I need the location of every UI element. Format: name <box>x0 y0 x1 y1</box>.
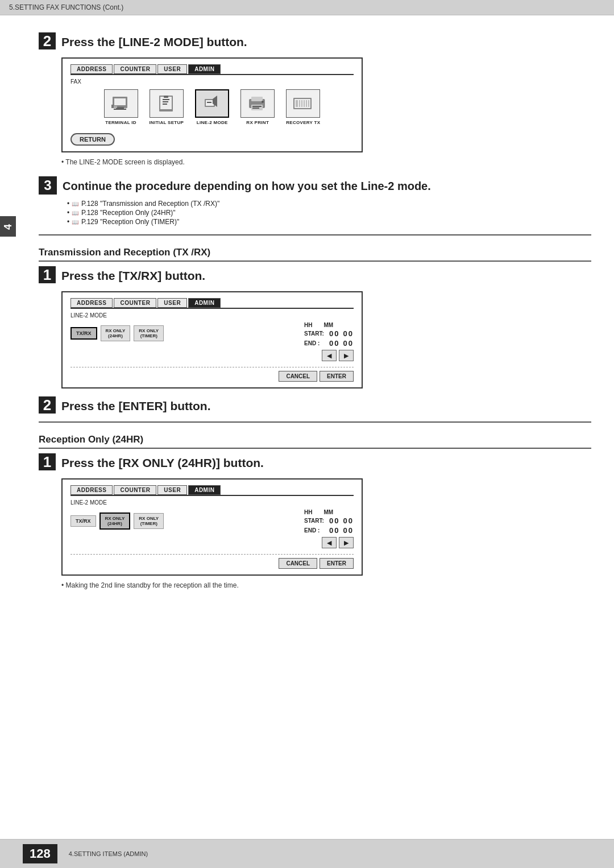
return-button[interactable]: RETURN <box>70 133 115 146</box>
txrx-mode-buttons: TX/RX RX ONLY(24HR) RX ONLY(TIMER) <box>70 325 164 341</box>
cancel-button-2[interactable]: CANCEL <box>279 558 317 569</box>
rx24hr-note: Making the 2nd line standby for the rece… <box>61 581 591 589</box>
svg-rect-25 <box>299 100 300 107</box>
txrx-screen-row: TX/RX RX ONLY(24HR) RX ONLY(TIMER) HH MM… <box>70 322 354 363</box>
mm-label-1: MM <box>324 322 334 328</box>
txrx-arrow-btns: ◀ ▶ <box>304 350 354 361</box>
rx24hr-tab-bar: ADDRESS COUNTER USER ADMIN <box>70 485 354 496</box>
svg-rect-5 <box>114 106 117 108</box>
divider-2 <box>39 421 591 423</box>
step3-heading: 3 Continue the procedure depending on ho… <box>39 176 591 195</box>
end-label-1: END : <box>304 340 326 346</box>
icon-recovery-tx[interactable]: RECOVERY TX <box>286 89 320 125</box>
step3-bullet-3: 📖 P.129 "Reception Only (TIMER)" <box>67 217 591 226</box>
top-bar: 5.SETTING FAX FUNCTIONS (Cont.) <box>0 0 614 15</box>
svg-rect-15 <box>207 102 211 103</box>
btn-txrx[interactable]: TX/RX <box>70 327 97 340</box>
svg-rect-10 <box>163 104 167 105</box>
rx24hr-mode-buttons: TX/RX RX ONLY(24HR) RX ONLY(TIMER) <box>70 512 164 530</box>
step3-num: 3 <box>39 176 57 195</box>
initial-setup-icon <box>156 94 177 113</box>
svg-rect-4 <box>111 105 114 108</box>
rx24hr-btn-rx-only-timer[interactable]: RX ONLY(TIMER) <box>134 513 164 529</box>
icon-label-rx-print: RX PRINT <box>246 120 269 125</box>
enter-button-2[interactable]: ENTER <box>320 558 354 569</box>
icon-box-recovery-tx <box>286 89 320 118</box>
end-label-2: END : <box>304 527 326 534</box>
svg-rect-1 <box>114 98 126 105</box>
rx24hr-tab-user[interactable]: USER <box>157 485 187 495</box>
svg-rect-27 <box>304 100 305 107</box>
left-arrow-btn-1[interactable]: ◀ <box>322 350 337 361</box>
tab-counter[interactable]: COUNTER <box>114 64 156 74</box>
svg-rect-17 <box>251 97 263 101</box>
icon-box-terminal-id <box>104 89 138 118</box>
rx24hr-tab-counter[interactable]: COUNTER <box>114 485 156 495</box>
svg-rect-29 <box>308 100 309 107</box>
btn-rx-only-24hr[interactable]: RX ONLY(24HR) <box>101 325 131 341</box>
txrx-step2-heading: 2 Press the [ENTER] button. <box>39 396 591 414</box>
rx-print-icon <box>247 94 268 113</box>
step2-heading-text: Press the [LINE-2 MODE] button. <box>61 35 247 49</box>
main-content: 2 Press the [LINE-2 MODE] button. ADDRES… <box>22 15 614 615</box>
rx24hr-tab-address[interactable]: ADDRESS <box>70 485 113 495</box>
txrx-tab-counter[interactable]: COUNTER <box>114 298 156 308</box>
book-icon-2: 📖 <box>72 210 78 216</box>
step2-heading: 2 Press the [LINE-2 MODE] button. <box>39 32 591 49</box>
divider-1 <box>39 234 591 235</box>
txrx-tab-admin[interactable]: ADMIN <box>188 298 221 308</box>
enter-button-1[interactable]: ENTER <box>320 371 354 382</box>
book-icon-1: 📖 <box>72 201 78 207</box>
rx24hr-action-btns: CANCEL ENTER <box>70 554 354 569</box>
cancel-button-1[interactable]: CANCEL <box>279 371 317 382</box>
rx24hr-btn-rx-only-24hr[interactable]: RX ONLY(24HR) <box>99 512 131 530</box>
rx24hr-step1-heading-text: Press the [RX ONLY (24HR)] button. <box>61 456 264 470</box>
step2-icons-row: TERMINAL ID INITIAL SETUP <box>70 89 354 125</box>
start-hh-1: 00 <box>329 329 339 338</box>
right-arrow-btn-2[interactable]: ▶ <box>339 537 354 548</box>
rx24hr-time-area: HH MM START: 00 00 END : 00 00 ◀ ▶ <box>304 509 354 551</box>
txrx-action-btns: CANCEL ENTER <box>70 367 354 382</box>
end-mm-2: 00 <box>343 526 354 535</box>
tx-rx-section-heading: Transmission and Reception (TX /RX) <box>39 247 591 262</box>
icon-label-line2-mode: LINE-2 MODE <box>197 120 228 125</box>
svg-rect-24 <box>296 100 298 107</box>
txrx-step2-heading-text: Press the [ENTER] button. <box>61 399 211 413</box>
svg-rect-2 <box>116 107 124 109</box>
tab-user[interactable]: USER <box>157 64 187 74</box>
icon-initial-setup[interactable]: INITIAL SETUP <box>150 89 184 125</box>
txrx-tab-address[interactable]: ADDRESS <box>70 298 113 308</box>
icon-rx-print[interactable]: RX PRINT <box>240 89 275 125</box>
right-arrow-btn-1[interactable]: ▶ <box>339 350 354 361</box>
rx24hr-start-row: START: 00 00 <box>304 516 354 525</box>
svg-rect-20 <box>252 108 259 109</box>
rx24hr-btn-txrx[interactable]: TX/RX <box>70 515 96 527</box>
left-arrow-btn-2[interactable]: ◀ <box>322 537 337 548</box>
step2-screen: ADDRESS COUNTER USER ADMIN FAX <box>61 57 363 152</box>
icon-label-recovery-tx: RECOVERY TX <box>286 120 320 125</box>
mm-label-2: MM <box>324 509 334 515</box>
txrx-screen: ADDRESS COUNTER USER ADMIN LINE-2 MODE T… <box>61 291 363 388</box>
step3-heading-text: Continue the procedure depending on how … <box>63 180 431 193</box>
icon-line2-mode[interactable]: LINE-2 MODE <box>195 89 229 125</box>
step2-note: The LINE-2 MODE screen is displayed. <box>61 158 591 166</box>
tab-address[interactable]: ADDRESS <box>70 64 113 74</box>
rx24hr-end-row: END : 00 00 <box>304 526 354 535</box>
btn-rx-only-timer[interactable]: RX ONLY(TIMER) <box>134 325 164 341</box>
start-label-1: START: <box>304 330 326 337</box>
txrx-tab-user[interactable]: USER <box>157 298 187 308</box>
svg-rect-3 <box>114 109 126 110</box>
rx24hr-tab-admin[interactable]: ADMIN <box>188 485 221 495</box>
svg-rect-28 <box>306 100 307 107</box>
txrx-step1-num: 1 <box>39 266 56 283</box>
icon-terminal-id[interactable]: TERMINAL ID <box>104 89 138 125</box>
book-icon-3: 📖 <box>72 219 78 225</box>
txrx-step1-heading-text: Press the [TX/RX] button. <box>61 269 205 283</box>
line2-mode-icon <box>201 94 223 113</box>
tab-admin[interactable]: ADMIN <box>188 64 221 74</box>
icon-box-initial-setup <box>150 89 184 118</box>
rx24hr-arrow-btns: ◀ ▶ <box>304 537 354 548</box>
rx-24hr-section-heading: Reception Only (24HR) <box>39 434 591 449</box>
rx24hr-screen-label: LINE-2 MODE <box>70 499 354 506</box>
svg-rect-26 <box>301 100 302 107</box>
